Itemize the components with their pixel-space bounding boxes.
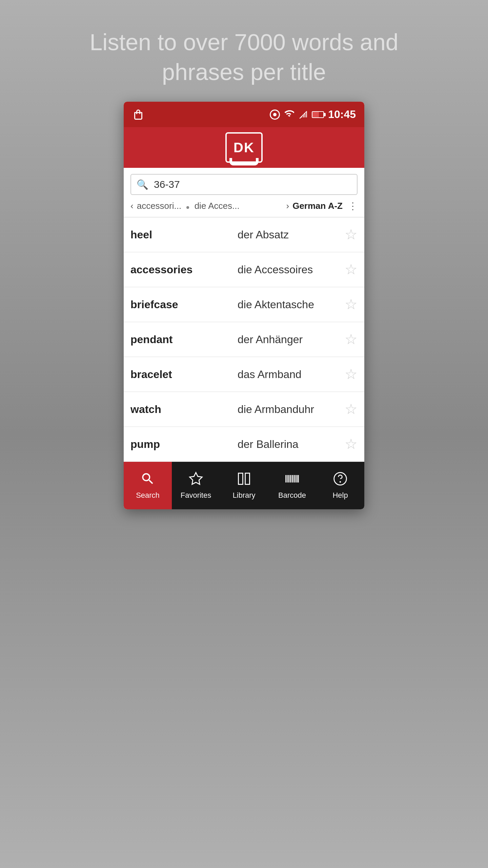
word-german: die Accessoires [238, 263, 345, 276]
favorite-star-icon[interactable]: ☆ [345, 297, 358, 312]
help-nav-label: Help [332, 491, 348, 500]
svg-rect-6 [289, 475, 289, 482]
favorite-star-icon[interactable]: ☆ [345, 228, 358, 242]
word-german: der Ballerina [238, 438, 345, 451]
svg-rect-2 [245, 473, 250, 485]
nav-item-barcode[interactable]: Barcode [268, 462, 316, 509]
search-nav-label: Search [136, 491, 160, 500]
nav-item-favorites[interactable]: Favorites [172, 462, 220, 509]
shopping-bag-icon [132, 108, 144, 121]
svg-marker-0 [190, 473, 202, 485]
status-time: 10:45 [328, 108, 356, 121]
word-item[interactable]: heel der Absatz ☆ [124, 217, 364, 252]
word-item[interactable]: briefcase die Aktentasche ☆ [124, 287, 364, 322]
word-german: das Armband [238, 368, 345, 381]
svg-rect-5 [288, 475, 289, 482]
breadcrumb[interactable]: ‹ accessori... die Acces... › German A-Z… [124, 195, 364, 217]
phone-mockup: 10:45 DK 🔍 ‹ accessori... die Acces... ›… [124, 102, 364, 509]
battery-icon [312, 111, 324, 118]
word-german: die Aktentasche [238, 298, 345, 311]
svg-rect-7 [290, 475, 291, 482]
dk-logo: DK [225, 132, 263, 163]
word-english: briefcase [130, 298, 238, 311]
favorite-star-icon[interactable]: ☆ [345, 367, 358, 381]
nav-item-library[interactable]: Library [220, 462, 268, 509]
svg-rect-13 [297, 475, 298, 482]
svg-rect-1 [239, 473, 243, 485]
search-area: 🔍 [124, 168, 364, 195]
word-english: pendant [130, 333, 238, 346]
word-item[interactable]: accessories die Accessoires ☆ [124, 252, 364, 287]
favorites-nav-label: Favorites [181, 491, 211, 500]
word-german: der Anhänger [238, 333, 345, 346]
search-input-container[interactable]: 🔍 [130, 174, 358, 195]
word-german: die Armbanduhr [238, 403, 345, 416]
svg-rect-9 [292, 475, 293, 482]
signal-off-icon [298, 110, 308, 119]
nav-item-help[interactable]: Help [316, 462, 364, 509]
svg-rect-11 [294, 475, 296, 482]
wifi-icon [284, 110, 294, 120]
target-icon [270, 110, 280, 120]
bottom-nav: Search Favorites Library Barcode Help [124, 462, 364, 509]
word-item[interactable]: pump der Ballerina ☆ [124, 427, 364, 462]
word-german: der Absatz [238, 229, 345, 241]
word-item[interactable]: pendant der Anhänger ☆ [124, 322, 364, 357]
barcode-nav-label: Barcode [278, 491, 306, 500]
status-bar: 10:45 [124, 102, 364, 127]
word-list: heel der Absatz ☆ accessories die Access… [124, 217, 364, 462]
svg-rect-4 [287, 475, 287, 482]
favorite-star-icon[interactable]: ☆ [345, 332, 358, 347]
word-english: heel [130, 229, 238, 241]
nav-item-search[interactable]: Search [124, 462, 172, 509]
svg-point-16 [340, 481, 341, 482]
breadcrumb-back-icon[interactable]: ‹ [130, 201, 134, 211]
word-english: pump [130, 438, 238, 451]
svg-rect-3 [285, 475, 286, 482]
status-bar-left [132, 108, 144, 121]
word-item[interactable]: bracelet das Armband ☆ [124, 357, 364, 392]
svg-rect-12 [296, 475, 296, 482]
status-bar-right: 10:45 [270, 108, 356, 121]
word-english: watch [130, 403, 238, 416]
word-english: bracelet [130, 368, 238, 381]
word-item[interactable]: watch die Armbanduhr ☆ [124, 392, 364, 427]
search-icon: 🔍 [137, 179, 148, 190]
promo-text: Listen to over 7000 words and phrases pe… [0, 27, 488, 87]
breadcrumb-current-label: German A-Z [292, 201, 343, 211]
breadcrumb-forward-icon[interactable]: › [286, 201, 289, 211]
dk-logo-text: DK [233, 140, 255, 155]
barcode-nav-icon [285, 471, 300, 488]
svg-rect-14 [298, 475, 299, 482]
favorite-star-icon[interactable]: ☆ [345, 402, 358, 416]
breadcrumb-more-button[interactable]: ⋮ [348, 200, 358, 212]
search-nav-icon [140, 471, 155, 488]
breadcrumb-item1: accessori... die Acces... [137, 201, 283, 211]
word-english: accessories [130, 263, 238, 276]
help-nav-icon [333, 471, 348, 488]
favorite-star-icon[interactable]: ☆ [345, 262, 358, 277]
svg-rect-8 [291, 475, 291, 482]
library-nav-icon [237, 471, 251, 488]
favorites-nav-icon [188, 471, 203, 488]
search-input[interactable] [154, 179, 351, 190]
app-header: DK [124, 127, 364, 168]
library-nav-label: Library [232, 491, 255, 500]
svg-rect-10 [293, 475, 294, 482]
favorite-star-icon[interactable]: ☆ [345, 437, 358, 451]
